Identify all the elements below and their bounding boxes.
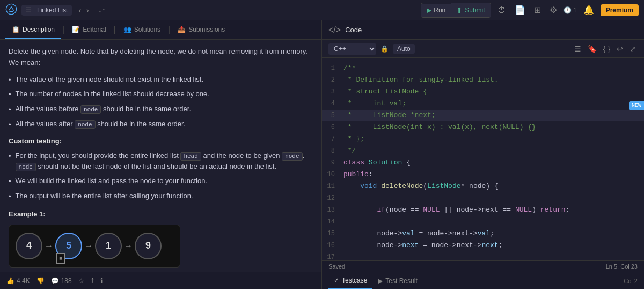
custom-bullet-3: The output will be the entire list after… bbox=[9, 191, 313, 203]
code-status-bar: Saved Ln 5, Col 23 bbox=[322, 260, 644, 272]
submissions-icon: 📤 bbox=[178, 26, 186, 33]
timer-count: 🕐 1 bbox=[564, 6, 577, 14]
description-content: Delete the given node. Note that by dele… bbox=[0, 40, 321, 272]
run-icon: ▶ bbox=[427, 6, 431, 14]
annotation-line bbox=[61, 244, 61, 253]
custom-bullet-1: For the input, you should provide the en… bbox=[9, 150, 313, 173]
settings-icon[interactable]: ⚙ bbox=[547, 3, 559, 17]
node-9: 9 bbox=[135, 233, 162, 259]
code-line-15: 15 node->val = node->next->val; bbox=[322, 228, 644, 240]
description-icon: 📋 bbox=[12, 26, 20, 33]
svg-point-0 bbox=[6, 4, 16, 14]
settings2-icon[interactable]: { } bbox=[602, 43, 612, 55]
dislike-icon: 👎 bbox=[36, 277, 45, 285]
star-button[interactable]: ☆ bbox=[78, 277, 84, 285]
saved-status: Saved bbox=[328, 263, 345, 270]
topbar: ☰ Linked List ‹ › ⇌ ▶ Run ⬆ Submit ⏱ 📄 ⊞… bbox=[0, 0, 644, 20]
comment-count: 188 bbox=[61, 277, 72, 285]
submit-label: Submit bbox=[465, 6, 485, 14]
auto-badge[interactable]: Auto bbox=[393, 44, 415, 54]
run-button[interactable]: ▶ Run bbox=[421, 4, 451, 17]
notes-icon[interactable]: 📄 bbox=[513, 3, 528, 17]
node-row: 4 → 5 → 1 → 9 bbox=[16, 233, 173, 259]
code-title: Code bbox=[345, 26, 362, 34]
code-line-4: 4 * int val; bbox=[322, 98, 644, 110]
dislike-button[interactable]: 👎 bbox=[36, 277, 45, 285]
node-annotation: ■ bbox=[56, 244, 65, 264]
code-line-12: 12 bbox=[322, 192, 644, 204]
bell-icon[interactable]: 🔔 bbox=[581, 3, 596, 17]
timer-icon[interactable]: ⏱ bbox=[495, 3, 508, 17]
code-editor[interactable]: NEW 1 /** 2 * Definition for singly-link… bbox=[322, 58, 644, 260]
play-icon: ▶ bbox=[378, 277, 383, 285]
code-line-5: 5 * ListNode *next; bbox=[322, 110, 644, 121]
linked-list-diagram: 4 → 5 → 1 → 9 bbox=[9, 225, 180, 268]
tab-editorial[interactable]: 📝 Editorial bbox=[65, 20, 112, 39]
run-label: Run bbox=[434, 6, 445, 14]
grid-icon[interactable]: ⊞ bbox=[532, 3, 543, 17]
bottom-panel: ✓ Testcase ▶ Test Result Col 2 bbox=[322, 272, 644, 289]
comment-icon: 💬 bbox=[51, 277, 59, 285]
arrow-3: → bbox=[124, 239, 133, 253]
code-line-1: 1 /** bbox=[322, 62, 644, 74]
code-line-6: 6 * ListNode(int x) : val(x), next(NULL)… bbox=[322, 121, 644, 133]
left-bottom-bar: 👍 4.4K 👎 💬 188 ☆ ⤴ ℹ bbox=[0, 272, 321, 289]
expand-icon[interactable]: ⤢ bbox=[628, 43, 638, 55]
share-button[interactable]: ⤴ bbox=[91, 277, 94, 285]
bookmark-icon[interactable]: 🔖 bbox=[586, 43, 598, 55]
bullet-4: All the values after node should be in t… bbox=[9, 119, 313, 131]
testcase-tab[interactable]: ✓ Testcase bbox=[328, 272, 372, 289]
next-arrow[interactable]: › bbox=[84, 5, 91, 16]
main-bullets: The value of the given node should not e… bbox=[9, 74, 313, 131]
node-1: 1 bbox=[95, 233, 122, 259]
col-info: Col 2 bbox=[624, 278, 638, 284]
logo[interactable] bbox=[5, 3, 17, 17]
custom-testing-title: Custom testing: bbox=[9, 136, 313, 147]
intro-text: Delete the given node. Note that by dele… bbox=[9, 46, 313, 69]
solutions-icon: 👥 bbox=[123, 26, 131, 33]
tab-description[interactable]: 📋 Description bbox=[5, 20, 61, 39]
editorial-icon: 📝 bbox=[72, 26, 80, 33]
tab-solutions[interactable]: 👥 Solutions bbox=[117, 20, 167, 39]
like-button[interactable]: 👍 4.4K bbox=[6, 277, 30, 285]
like-count: 4.4K bbox=[17, 277, 30, 285]
code-line-16: 16 node->next = node->next->next; bbox=[322, 240, 644, 251]
problem-nav[interactable]: ☰ Linked List bbox=[21, 5, 72, 16]
list-icon: ☰ bbox=[26, 6, 32, 14]
comment-button[interactable]: 💬 188 bbox=[51, 277, 72, 285]
code-line-13: 13 if(node == NULL || node->next == NULL… bbox=[322, 204, 644, 216]
left-tabs: 📋 Description | 📝 Editorial | 👥 Solution… bbox=[0, 20, 321, 40]
bullet-1: The value of the given node should not e… bbox=[9, 74, 313, 86]
example-title: Example 1: bbox=[9, 209, 313, 220]
node-4: 4 bbox=[16, 233, 42, 259]
code-toolbar: C++ Python Java JavaScript 🔒 Auto ☰ 🔖 { … bbox=[322, 40, 644, 58]
prev-arrow[interactable]: ‹ bbox=[76, 5, 83, 16]
result-tab[interactable]: ▶ Test Result bbox=[372, 272, 422, 289]
lock-icon: 🔒 bbox=[380, 45, 389, 53]
code-line-9: 9 class Solution { bbox=[322, 157, 644, 169]
code-line-3: 3 * struct ListNode { bbox=[322, 86, 644, 98]
code-line-8: 8 */ bbox=[322, 145, 644, 157]
tab-submissions[interactable]: 📤 Submissions bbox=[171, 20, 231, 39]
left-panel: 📋 Description | 📝 Editorial | 👥 Solution… bbox=[0, 20, 322, 289]
code-header: </> Code bbox=[322, 20, 644, 40]
bullet-3: All the values before node should be in … bbox=[9, 104, 313, 115]
share-icon: ⤴ bbox=[91, 277, 94, 285]
code-line-17: 17 bbox=[322, 251, 644, 260]
shuffle-button[interactable]: ⇌ bbox=[96, 5, 108, 16]
code-line-7: 7 * }; bbox=[322, 133, 644, 145]
format-icon[interactable]: ☰ bbox=[573, 43, 583, 55]
premium-button[interactable]: Premium bbox=[601, 4, 639, 16]
code-line-10: 10 public: bbox=[322, 169, 644, 180]
code-icon: </> bbox=[328, 25, 341, 35]
info-icon: ℹ bbox=[100, 277, 103, 285]
cursor-position: Ln 5, Col 23 bbox=[606, 263, 638, 270]
code-line-11: 11 void deleteNode(ListNode* node) { bbox=[322, 180, 644, 192]
info-button[interactable]: ℹ bbox=[100, 277, 103, 285]
code-line-2: 2 * Definition for singly-linked list. bbox=[322, 74, 644, 86]
language-select[interactable]: C++ Python Java JavaScript bbox=[328, 43, 376, 55]
run-submit-group: ▶ Run ⬆ Submit bbox=[421, 3, 491, 18]
submit-button[interactable]: ⬆ Submit bbox=[451, 3, 490, 17]
undo-icon[interactable]: ↩ bbox=[615, 43, 625, 55]
right-panel: </> Code C++ Python Java JavaScript 🔒 Au… bbox=[322, 20, 644, 289]
